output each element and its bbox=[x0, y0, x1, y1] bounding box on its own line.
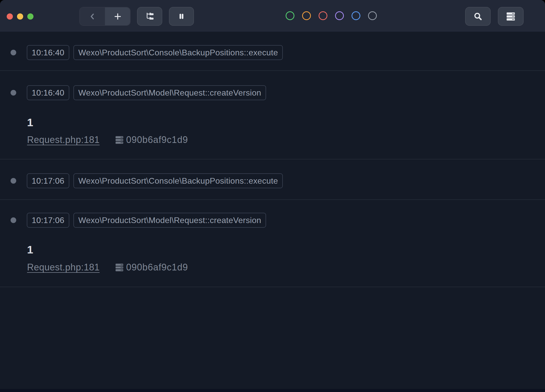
entry-meta: Request.php:181 090b6af9c1d9 bbox=[27, 262, 188, 273]
entry-meta: Request.php:181 090b6af9c1d9 bbox=[27, 134, 188, 146]
log-entry: 10:17:06 Wexo\ProductSort\Model\Request:… bbox=[0, 200, 545, 287]
app-window: 10:16:40 Wexo\ProductSort\Console\Backup… bbox=[0, 0, 545, 392]
file-link[interactable]: Request.php:181 bbox=[27, 134, 100, 145]
log-level-dot bbox=[11, 50, 16, 55]
timestamp-badge: 10:17:06 bbox=[27, 173, 69, 188]
source-badge: Wexo\ProductSort\Console\BackupPositions… bbox=[73, 173, 283, 188]
server-id: 090b6af9c1d9 bbox=[126, 262, 188, 273]
log-entry: 10:17:06 Wexo\ProductSort\Console\Backup… bbox=[0, 159, 545, 200]
log-level-dot bbox=[11, 217, 16, 223]
log-value: 1 bbox=[27, 116, 33, 128]
server-icon bbox=[115, 135, 124, 145]
window-bottom-edge bbox=[0, 389, 545, 392]
file-link[interactable]: Request.php:181 bbox=[27, 262, 100, 273]
timestamp-badge: 10:17:06 bbox=[27, 213, 69, 228]
source-badge: Wexo\ProductSort\Model\Request::createVe… bbox=[73, 85, 266, 100]
source-badge: Wexo\ProductSort\Model\Request::createVe… bbox=[73, 213, 266, 228]
entry-header: 10:16:40 Wexo\ProductSort\Model\Request:… bbox=[11, 85, 266, 100]
entry-header: 10:16:40 Wexo\ProductSort\Console\Backup… bbox=[11, 45, 283, 60]
entry-header: 10:17:06 Wexo\ProductSort\Console\Backup… bbox=[11, 173, 283, 188]
server-icon bbox=[115, 263, 124, 272]
divider bbox=[0, 287, 545, 287]
entry-header: 10:17:06 Wexo\ProductSort\Model\Request:… bbox=[11, 213, 266, 228]
log-entries: 10:16:40 Wexo\ProductSort\Console\Backup… bbox=[0, 0, 545, 392]
timestamp-badge: 10:16:40 bbox=[27, 85, 69, 100]
log-entry: 10:16:40 Wexo\ProductSort\Model\Request:… bbox=[0, 71, 545, 159]
timestamp-badge: 10:16:40 bbox=[27, 45, 69, 60]
log-level-dot bbox=[11, 178, 16, 184]
source-badge: Wexo\ProductSort\Console\BackupPositions… bbox=[73, 45, 283, 60]
server-id: 090b6af9c1d9 bbox=[126, 134, 188, 145]
log-level-dot bbox=[11, 90, 16, 96]
log-value: 1 bbox=[27, 244, 33, 255]
log-entry: 10:16:40 Wexo\ProductSort\Console\Backup… bbox=[0, 32, 545, 71]
